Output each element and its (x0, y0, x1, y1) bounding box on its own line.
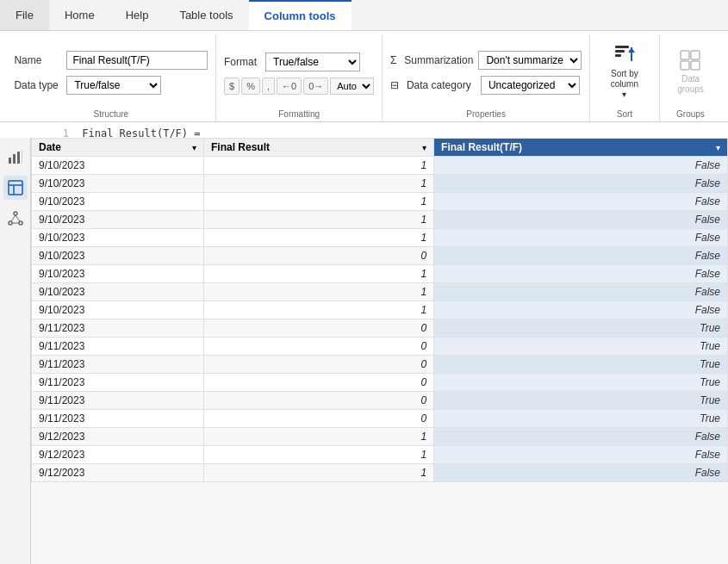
cell-date: 9/10/2023 (32, 211, 204, 229)
table-row: 9/10/20231False (32, 301, 728, 319)
cell-final-result-tf: True (434, 374, 728, 392)
col-header-final-result-tf: Final Result(T/F) ▾ (434, 139, 728, 157)
svg-rect-7 (681, 61, 689, 70)
sort-group-label: Sort (617, 109, 632, 121)
tab-bar: File Home Help Table tools Column tools (0, 0, 728, 31)
tab-table-tools[interactable]: Table tools (164, 0, 248, 30)
cell-final-result: 1 (203, 175, 433, 193)
cell-final-result-tf: True (434, 356, 728, 374)
table-row: 9/10/20231False (32, 211, 728, 229)
svg-rect-2 (615, 54, 621, 57)
svg-rect-10 (13, 154, 16, 164)
tab-home[interactable]: Home (49, 0, 110, 30)
cell-date: 9/12/2023 (32, 428, 204, 446)
cell-final-result: 0 (203, 319, 433, 338)
table-row: 9/12/20231False (32, 428, 728, 446)
cell-final-result-tf: True (434, 338, 728, 356)
format-buttons-row: $ % , ←0 0→ Auto (224, 77, 374, 95)
ribbon-group-groups: Datagroups Groups (660, 34, 721, 121)
percent-btn[interactable]: % (241, 77, 260, 95)
cell-final-result: 0 (203, 410, 433, 428)
datatype-select[interactable]: True/false (66, 76, 161, 95)
filter-date-btn[interactable]: ▾ (192, 143, 196, 152)
datatype-row: Data type True/false (14, 76, 161, 95)
cell-final-result: 0 (203, 392, 433, 410)
cell-final-result-tf: False (434, 229, 728, 247)
cell-final-result-tf: True (434, 319, 728, 338)
filter-final-result-btn[interactable]: ▾ (422, 143, 426, 152)
table-row: 9/10/20231False (32, 229, 728, 247)
table-row: 9/10/20231False (32, 157, 728, 175)
cell-date: 9/12/2023 (32, 446, 204, 464)
ribbon: Name Data type True/false Structure Form… (0, 31, 728, 122)
svg-rect-5 (681, 51, 689, 59)
groups-group-label: Groups (676, 109, 705, 121)
formatting-group-label: Formatting (278, 109, 320, 121)
table-row: 9/11/20230True (32, 374, 728, 392)
table-row: 9/10/20231False (32, 175, 728, 193)
tab-help[interactable]: Help (110, 0, 165, 30)
cell-final-result: 1 (203, 229, 433, 247)
svg-rect-1 (615, 50, 625, 53)
cell-date: 9/10/2023 (32, 157, 204, 175)
sidebar-icon-table[interactable] (3, 176, 28, 200)
sidebar-icon-model[interactable] (3, 207, 28, 231)
svg-rect-0 (615, 46, 629, 48)
summarization-row: Σ Summarization Don't summarize (390, 51, 582, 70)
tab-column-tools[interactable]: Column tools (249, 0, 352, 30)
category-icon: ⊟ (390, 79, 399, 91)
currency-btn[interactable]: $ (224, 77, 240, 95)
cell-final-result-tf: False (434, 428, 728, 446)
auto-select[interactable]: Auto (330, 77, 374, 95)
cell-date: 9/10/2023 (32, 283, 204, 301)
summarization-select[interactable]: Don't summarize (478, 51, 582, 70)
cell-date: 9/10/2023 (32, 229, 204, 247)
table-row: 9/11/20230True (32, 319, 728, 338)
sidebar-icon-report[interactable] (3, 145, 28, 169)
cell-date: 9/10/2023 (32, 265, 204, 283)
ribbon-group-formatting: Format True/false $ % , ←0 0→ Auto Forma… (216, 34, 383, 121)
decrease-decimal-btn[interactable]: ←0 (277, 77, 302, 95)
ribbon-group-structure: Name Data type True/false Structure (7, 34, 216, 121)
svg-rect-6 (691, 51, 700, 59)
cell-date: 9/11/2023 (32, 356, 204, 374)
svg-line-20 (16, 215, 20, 221)
col-header-final-result: Final Result ▾ (203, 139, 433, 157)
svg-rect-8 (691, 61, 700, 70)
svg-rect-13 (9, 181, 22, 195)
cell-final-result-tf: True (434, 410, 728, 428)
increase-decimal-btn[interactable]: 0→ (303, 77, 328, 95)
cell-date: 9/11/2023 (32, 338, 204, 356)
main-area: Date ▾ Final Result ▾ Final Result(T/F) … (31, 138, 728, 564)
table-body: 9/10/20231False9/10/20231False9/10/20231… (32, 157, 728, 482)
cell-final-result-tf: False (434, 175, 728, 193)
cell-final-result-tf: False (434, 157, 728, 175)
cell-date: 9/12/2023 (32, 464, 204, 482)
table-row: 9/10/20230False (32, 247, 728, 265)
format-select[interactable]: True/false (265, 53, 360, 71)
cell-final-result: 0 (203, 247, 433, 265)
name-input[interactable] (66, 51, 208, 70)
sort-by-column-btn[interactable]: Sort bycolumn ▾ (600, 38, 649, 104)
cell-date: 9/10/2023 (32, 301, 204, 319)
cell-date: 9/10/2023 (32, 175, 204, 193)
filter-final-result-tf-btn[interactable]: ▾ (716, 143, 720, 152)
cell-final-result: 1 (203, 193, 433, 211)
cell-final-result-tf: False (434, 265, 728, 283)
cell-final-result: 1 (203, 283, 433, 301)
svg-point-17 (9, 221, 12, 225)
table-row: 9/11/20230True (32, 410, 728, 428)
data-groups-btn[interactable]: Datagroups (669, 43, 712, 99)
sort-icon (613, 42, 637, 66)
table-header-row: Date ▾ Final Result ▾ Final Result(T/F) … (32, 139, 728, 157)
comma-btn[interactable]: , (262, 77, 275, 95)
cell-final-result-tf: False (434, 247, 728, 265)
datacategory-select[interactable]: Uncategorized (481, 76, 580, 95)
name-row: Name (14, 51, 208, 70)
sort-btn-label: Sort bycolumn ▾ (608, 69, 641, 100)
tab-file[interactable]: File (0, 0, 49, 30)
cell-final-result: 1 (203, 428, 433, 446)
structure-group-label: Structure (94, 109, 129, 121)
cell-final-result: 1 (203, 301, 433, 319)
properties-group-label: Properties (466, 109, 506, 121)
